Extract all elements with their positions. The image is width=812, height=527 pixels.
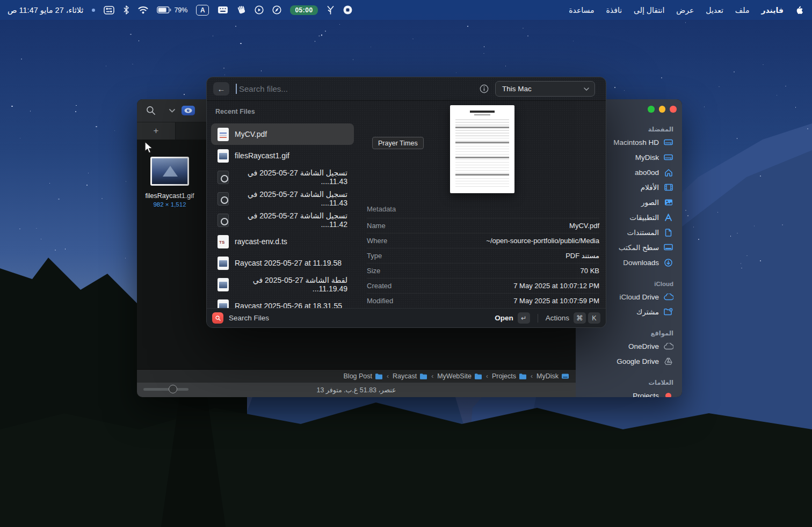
info-icon[interactable] — [480, 84, 489, 93]
file-dimensions-label: 982 × 1,512 — [137, 201, 202, 208]
meta-value: 7 May 2025 at 10:07:59 PM — [513, 297, 599, 305]
sidebar-label: abo0od — [635, 169, 659, 177]
enter-key-badge[interactable]: ↵ — [518, 312, 530, 324]
meta-value: مستند PDF — [566, 252, 599, 260]
prayer-times-tooltip: Prayer Times — [372, 137, 424, 149]
mountain-graphic — [163, 166, 178, 177]
menu-window[interactable]: نافذة — [606, 6, 622, 14]
red-tag-icon — [663, 392, 673, 398]
menu-view[interactable]: عرض — [676, 6, 694, 14]
keyboard-icon[interactable] — [218, 6, 228, 14]
file-row-recording-1143a[interactable]: تسجيل الشاشة 27-05-2025 في 11.43.... — [211, 166, 354, 188]
chevron-down-icon[interactable] — [169, 109, 175, 113]
typescript-file-icon — [218, 235, 229, 248]
hand-gesture-icon[interactable] — [237, 5, 246, 14]
wifi-icon[interactable] — [138, 6, 148, 14]
drive-icon — [663, 153, 673, 161]
new-tab-button[interactable]: + — [137, 122, 176, 140]
overlay-footer: Search Files Open ↵ Actions ⌘ K — [207, 308, 606, 327]
sidebar-header-tags: العلامات — [576, 377, 682, 388]
meta-value: 7 May 2025 at 10:07:12 PM — [513, 282, 599, 290]
menu-go[interactable]: انتقال إلى — [634, 6, 664, 14]
play-circle-icon[interactable] — [255, 5, 264, 14]
path-item-blogpost[interactable]: Blog Post — [344, 372, 383, 380]
back-button[interactable]: ← — [213, 82, 229, 96]
meta-label: Name — [367, 222, 386, 230]
file-name: تسجيل الشاشة 27-05-2025 في 11.43.... — [235, 169, 347, 186]
file-row-raycast-0527[interactable]: Raycast 2025-05-27 at 11.19.58 — [211, 252, 354, 274]
raycast-search-files-icon — [212, 312, 223, 324]
actions-button[interactable]: Actions — [546, 314, 569, 322]
minimize-button[interactable] — [659, 106, 666, 113]
overlay-header: ← Search files... This Mac — [207, 77, 606, 101]
meta-value: MyCV.pdf — [569, 222, 599, 230]
path-label: MyWebSite — [437, 372, 472, 380]
sidebar-item-google-drive[interactable]: Google Drive — [576, 354, 682, 369]
screen-record-icon[interactable] — [343, 5, 352, 14]
image-file-icon — [218, 149, 229, 163]
path-item-projects[interactable]: Projects — [492, 372, 527, 380]
sidebar-label: Google Drive — [617, 357, 659, 365]
meta-value: 70 KB — [581, 267, 599, 275]
meta-row-size: Size 70 KB — [367, 263, 599, 278]
menu-help[interactable]: مساعدة — [569, 6, 594, 14]
preview-section-line — [455, 174, 509, 175]
menu-finder[interactable]: فايندر — [761, 6, 784, 14]
status-text: 13 عنصر، 51.83 غ.ب. متوفر — [137, 386, 576, 394]
battery-indicator[interactable]: 79% — [157, 6, 187, 14]
folder-icon — [474, 373, 482, 379]
file-thumbnail[interactable] — [150, 157, 189, 186]
sidebar-label: MyDisk — [635, 153, 659, 162]
zoom-button[interactable] — [648, 106, 655, 113]
sidebar-label: المستندات — [627, 228, 659, 237]
path-item-mydisk[interactable]: MyDisk — [536, 372, 569, 380]
path-item-raycast[interactable]: Raycast — [393, 372, 427, 380]
quicklook-eye-button[interactable] — [182, 106, 195, 115]
file-row-raycast-env[interactable]: raycast-env.d.ts — [211, 231, 354, 252]
home-icon — [663, 169, 673, 177]
mouse-cursor — [143, 141, 155, 155]
meta-label: Modified — [367, 297, 393, 305]
icon-size-slider[interactable] — [143, 388, 189, 391]
open-action-label[interactable]: Open — [495, 314, 513, 322]
sidebar-label: Macintosh HD — [613, 138, 659, 147]
movie-file-icon — [218, 192, 229, 206]
path-chevron-icon: ‹ — [387, 372, 389, 380]
documents-icon — [663, 229, 673, 237]
input-source-icon[interactable]: A — [196, 5, 209, 16]
shared-folder-icon — [663, 308, 673, 316]
search-icon[interactable] — [146, 105, 156, 116]
tailscale-branch-icon[interactable] — [327, 5, 335, 14]
apple-logo-icon[interactable] — [795, 5, 804, 16]
meta-label: Size — [367, 267, 380, 275]
file-row-screenshot-111949[interactable]: لقطة الشاشة 27-05-2025 في 11.19.49... — [211, 274, 354, 295]
file-name: تسجيل الشاشة 27-05-2025 في 11.42.... — [235, 211, 347, 229]
sidebar-label: الأفلام — [641, 183, 659, 192]
file-name: Raycast 2025-05-27 at 11.19.58 — [235, 259, 342, 267]
scope-dropdown[interactable]: This Mac — [495, 81, 595, 97]
search-files-input[interactable]: Search files... — [239, 84, 473, 93]
path-item-mywebsite[interactable]: MyWebSite — [437, 372, 482, 380]
battery-percent: 79% — [174, 6, 187, 14]
disk-icon — [561, 373, 569, 379]
close-button[interactable] — [670, 106, 677, 113]
compass-icon[interactable] — [272, 5, 281, 14]
file-row-recording-1143b[interactable]: تسجيل الشاشة 27-05-2025 في 11.43.... — [211, 188, 354, 209]
slider-knob[interactable] — [169, 385, 177, 393]
menu-edit[interactable]: تعديل — [706, 6, 723, 14]
sidebar-item-onedrive[interactable]: OneDrive — [576, 339, 682, 354]
preview-text-lines — [455, 119, 509, 189]
file-row-filesraycast1[interactable]: filesRaycast1.gif — [211, 145, 354, 166]
menu-file[interactable]: ملف — [735, 6, 750, 14]
sidebar-item-projects-tag[interactable]: Projects — [576, 388, 682, 397]
google-drive-icon — [663, 357, 673, 365]
timer-badge[interactable]: 05:00 — [290, 5, 317, 15]
k-key-badge: K — [588, 312, 600, 324]
file-row-mycv[interactable]: MyCV.pdf — [211, 123, 354, 145]
file-row-recording-1142[interactable]: تسجيل الشاشة 27-05-2025 في 11.42.... — [211, 209, 354, 231]
control-center-icon[interactable] — [104, 6, 114, 14]
menu-bar-clock[interactable]: ثلاثاء، 27 مايو 11:47 ص — [8, 6, 83, 14]
preview-subtitle-line — [474, 114, 490, 115]
bluetooth-icon[interactable] — [123, 5, 129, 14]
folder-icon — [419, 373, 427, 379]
